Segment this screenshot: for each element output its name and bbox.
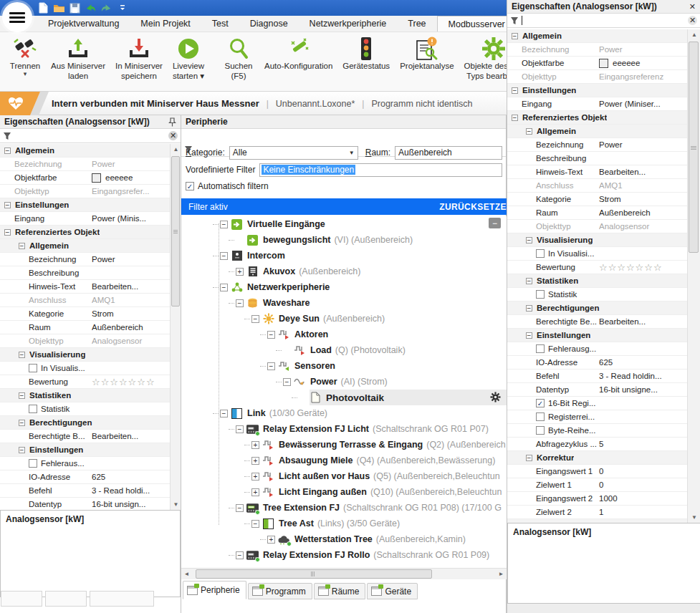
tree-item-body[interactable]: Aktoren: [278, 327, 507, 342]
tree-item-bewässerung-terrasse-eingang[interactable]: +Bewässerung Terrasse & Eingang(Q2) (Auß…: [181, 437, 507, 453]
collapse-icon[interactable]: −: [19, 352, 25, 358]
tree-item-virtuelle-eingänge[interactable]: −Virtuelle Eingänge−: [181, 216, 507, 232]
ribbon-tab-test[interactable]: Test: [201, 16, 239, 32]
property-value[interactable]: ☆☆☆☆☆☆☆: [599, 262, 687, 273]
property-row[interactable]: AnschlussAMQ1: [507, 179, 687, 193]
property-value[interactable]: Eingangsrefer...: [92, 187, 170, 196]
property-row[interactable]: RaumAußenbereich: [507, 206, 687, 220]
ribbon-tab-mein-projekt[interactable]: Mein Projekt: [130, 16, 201, 32]
tree-item-body[interactable]: Sensoren: [278, 358, 507, 374]
collapse-icon[interactable]: −: [512, 87, 518, 94]
tree-item-body[interactable]: Wetterstation Tree(Außenbereich,Kamin): [278, 531, 507, 547]
ribbon-tab-projektverwaltung[interactable]: Projektverwaltung: [37, 16, 130, 32]
property-value[interactable]: 3 - Read holdin...: [599, 372, 687, 380]
property-checkbox[interactable]: [536, 249, 545, 258]
tree-item-body[interactable]: Licht außen vor Haus(Q5) (Außenbereich,B…: [262, 468, 507, 484]
property-checkbox[interactable]: [536, 426, 545, 435]
property-row[interactable]: Objektfarbeeeeeee: [0, 171, 170, 185]
property-checkbox[interactable]: [29, 364, 37, 372]
property-value[interactable]: Eingangsreferenz: [599, 72, 687, 81]
collapse-icon[interactable]: −: [267, 362, 275, 370]
property-value[interactable]: Power: [92, 255, 170, 264]
tree-item-body[interactable]: Bewässerung Terrasse & Eingang(Q2) (Auße…: [262, 437, 507, 453]
pin-icon[interactable]: [168, 117, 176, 127]
tree-item-absaugung-miele[interactable]: +Absaugung Miele(Q4) (Außenbereich,Bewäs…: [181, 453, 507, 468]
tree-item-photovoltaik[interactable]: Photovoltaik: [181, 390, 507, 405]
property-value[interactable]: AMQ1: [599, 181, 687, 190]
tree-item-body[interactable]: Relay Extension FJ Rollo(Schaltschrank O…: [246, 547, 507, 563]
property-checkbox[interactable]: ✓: [536, 399, 545, 407]
tree-item-bewegungslicht[interactable]: bewegungslicht(VI) (Außenbereich): [181, 232, 507, 248]
property-row[interactable]: Berechtigte Be...Bearbeiten...: [507, 315, 687, 329]
property-value[interactable]: 0: [599, 467, 687, 476]
tree-item-tree-extension-fj[interactable]: −Tree Extension FJ(Schaltschrank OG R01 …: [181, 500, 507, 516]
clear-filter-icon[interactable]: ✕: [168, 131, 178, 140]
property-row[interactable]: ObjekttypEingangsrefer...: [0, 185, 170, 198]
property-value[interactable]: Power (Minis...: [92, 214, 170, 223]
tab-geräte[interactable]: Geräte: [367, 583, 418, 599]
property-value[interactable]: Strom: [92, 309, 170, 318]
tree-item-load[interactable]: Load(Q) (Photovoltaik): [181, 342, 507, 358]
tree-item-body[interactable]: Power(AI) (Strom): [294, 374, 507, 390]
property-checkbox[interactable]: [536, 344, 545, 353]
tree-item-intercom[interactable]: −Intercom: [181, 248, 507, 264]
ribbon-tab-netzwerkperipherie[interactable]: Netzwerkperipherie: [299, 16, 398, 32]
property-value[interactable]: 625: [599, 358, 687, 367]
tree-item-body[interactable]: Absaugung Miele(Q4) (Außenbereich,Bewäss…: [262, 453, 507, 468]
expand-icon[interactable]: +: [251, 441, 259, 449]
property-value[interactable]: 1000: [599, 494, 687, 503]
property-row[interactable]: KategorieStrom: [0, 307, 170, 321]
property-row[interactable]: BezeichnungPower: [507, 43, 687, 57]
property-row[interactable]: Byte-Reihe...: [507, 424, 687, 438]
main-menu-button[interactable]: [2, 2, 32, 32]
property-value[interactable]: 16-bit unsigne...: [599, 385, 687, 394]
property-row[interactable]: Objektfarbeeeeeee: [507, 57, 687, 70]
property-row[interactable]: In Visualis...: [0, 362, 170, 375]
collapse-icon[interactable]: −: [251, 315, 259, 323]
property-row[interactable]: Eingangswert 10: [507, 465, 687, 478]
property-row[interactable]: Fehlerausg...: [507, 342, 687, 356]
toolbar-button-suchen[interactable]: Suchen(F5): [218, 34, 259, 91]
property-row[interactable]: Befehl3 - Read holdi...: [0, 484, 170, 498]
property-row[interactable]: Befehl3 - Read holdin...: [507, 370, 687, 383]
tab-programm[interactable]: Programm: [248, 583, 312, 599]
collapse-icon[interactable]: −: [4, 148, 11, 154]
scroll-down-icon[interactable]: ▼: [171, 499, 181, 510]
property-value[interactable]: Bearbeiten...: [92, 282, 170, 291]
color-swatch[interactable]: [599, 59, 608, 68]
property-row[interactable]: Zielwert 21: [507, 506, 687, 519]
color-swatch[interactable]: [92, 173, 101, 183]
toolbar-button-aus-miniserver[interactable]: Aus Miniserverladen: [46, 34, 110, 91]
property-value[interactable]: Power (Miniser...: [599, 100, 687, 108]
property-row[interactable]: BezeichnungPower: [0, 158, 170, 171]
tree-item-wetterstation-tree[interactable]: +Wetterstation Tree(Außenbereich,Kamin): [181, 531, 507, 547]
property-row[interactable]: Statistik: [507, 288, 687, 301]
toolbar-button-trennen[interactable]: Trennen▾: [4, 34, 46, 91]
property-value[interactable]: Power: [599, 45, 687, 54]
property-row[interactable]: Beschreibung: [0, 266, 170, 280]
tree-horizontal-scrollbar[interactable]: ◄ ►: [181, 568, 507, 579]
collapse-icon[interactable]: −: [19, 420, 25, 426]
property-value[interactable]: Bearbeiten...: [92, 432, 170, 440]
property-value[interactable]: 5: [599, 440, 687, 448]
property-value[interactable]: eeeeee: [599, 59, 687, 68]
clear-filter-icon[interactable]: ✕: [688, 16, 697, 25]
collapse-icon[interactable]: −: [19, 243, 25, 249]
collapse-icon[interactable]: −: [526, 305, 532, 312]
collapse-icon[interactable]: −: [236, 425, 244, 433]
property-row[interactable]: IO-Adresse625: [507, 356, 687, 370]
tree-item-relay-extension-fj-rollo[interactable]: −Relay Extension FJ Rollo(Schaltschrank …: [181, 547, 507, 563]
predef-filter-input[interactable]: Keine Einschränkungen: [259, 163, 502, 177]
property-value[interactable]: Power: [92, 160, 170, 168]
tree-item-power[interactable]: −Power(AI) (Strom): [181, 374, 507, 390]
property-row[interactable]: Fehleraus...: [0, 457, 170, 470]
toolbar-options-icon[interactable]: [116, 2, 128, 14]
expand-icon[interactable]: +: [251, 488, 259, 496]
scroll-up-icon[interactable]: ▲: [171, 144, 181, 155]
scroll-left-icon[interactable]: ◄: [181, 569, 192, 579]
tree-item-body[interactable]: Load(Q) (Photovoltaik): [294, 342, 507, 358]
collapse-icon[interactable]: −: [526, 237, 532, 243]
reset-filter-button[interactable]: ZURÜCKSETZEN: [439, 202, 507, 212]
tree-item-body[interactable]: bewegungslicht(VI) (Außenbereich): [246, 232, 507, 248]
property-row[interactable]: ObjekttypEingangsreferenz: [507, 70, 687, 84]
